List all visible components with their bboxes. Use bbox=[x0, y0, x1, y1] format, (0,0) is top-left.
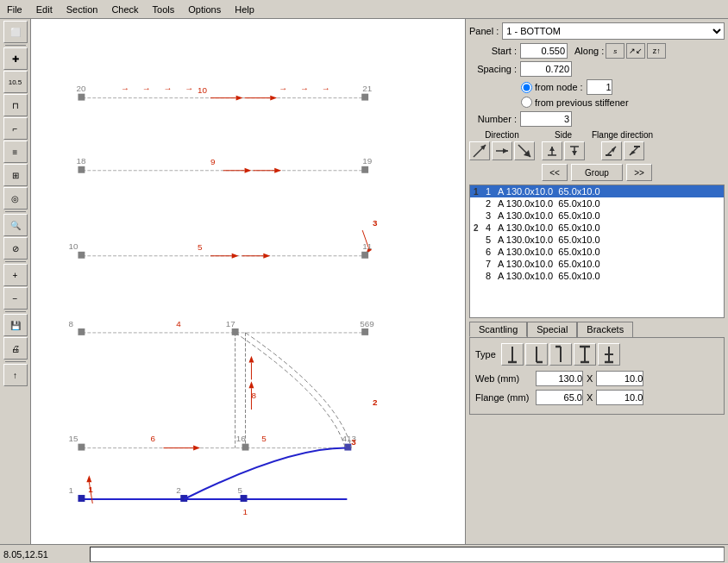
svg-rect-1 bbox=[78, 94, 85, 101]
direction-group: Direction bbox=[469, 130, 535, 160]
flange-x-sep: X bbox=[587, 392, 593, 403]
svg-text:11: 11 bbox=[362, 241, 373, 251]
svg-marker-32 bbox=[263, 253, 270, 259]
group-btn[interactable]: Group bbox=[571, 164, 623, 181]
svg-rect-34 bbox=[78, 328, 85, 335]
svg-rect-26 bbox=[361, 252, 368, 259]
toolbar-restrict[interactable]: ⊘ bbox=[3, 237, 28, 260]
panel-select[interactable]: 1 - BOTTOM 2 - TOP 3 - SIDE bbox=[502, 22, 725, 40]
type-btn-i[interactable] bbox=[501, 343, 524, 366]
canvas-area[interactable]: 20 21 10 18 19 9 3 bbox=[31, 19, 465, 544]
svg-rect-13 bbox=[361, 166, 368, 173]
svg-text:1: 1 bbox=[243, 507, 248, 516]
spacing-input[interactable] bbox=[520, 61, 572, 77]
svg-text:→: → bbox=[300, 84, 309, 93]
stiffener-row[interactable]: 6 A 130.0x10.0 65.0x10.0 bbox=[470, 246, 724, 258]
type-btn-gamma[interactable] bbox=[549, 343, 572, 366]
side-btn-1[interactable] bbox=[542, 141, 562, 160]
svg-rect-60 bbox=[78, 495, 85, 502]
menu-section[interactable]: Section bbox=[60, 3, 105, 16]
svg-text:4: 4 bbox=[176, 319, 181, 328]
toolbar-print[interactable]: 🖨 bbox=[3, 337, 28, 360]
stiffener-list[interactable]: 1 1 A 130.0x10.0 65.0x10.0 2 A 130.0x10.… bbox=[469, 185, 725, 318]
toolbar-frame[interactable]: ⊓ bbox=[3, 94, 28, 116]
toolbar-angle[interactable]: ⌐ bbox=[3, 117, 28, 140]
toolbar-plus[interactable]: + bbox=[3, 264, 28, 286]
stiffener-row[interactable]: 3 A 130.0x10.0 65.0x10.0 bbox=[470, 210, 724, 222]
spacing-row: Spacing : bbox=[469, 61, 725, 77]
flange-direction-group: Flange direction bbox=[592, 130, 653, 160]
type-label: Type bbox=[475, 349, 496, 360]
type-btn-cross[interactable] bbox=[598, 343, 620, 366]
number-label: Number : bbox=[469, 114, 517, 124]
tab-brackets[interactable]: Brackets bbox=[577, 322, 633, 337]
toolbar-select[interactable]: ⬜ bbox=[3, 21, 28, 43]
svg-text:8: 8 bbox=[69, 319, 74, 328]
type-buttons bbox=[501, 343, 620, 366]
tab-special[interactable]: Special bbox=[527, 322, 577, 337]
stiffener-row[interactable]: 8 A 130.0x10.0 65.0x10.0 bbox=[470, 270, 724, 282]
flange-height-input[interactable] bbox=[596, 390, 643, 405]
node-number-input[interactable] bbox=[587, 79, 612, 95]
stiffener-row[interactable]: 5 A 130.0x10.0 65.0x10.0 bbox=[470, 234, 724, 246]
svg-text:→: → bbox=[121, 84, 129, 93]
type-btn-t[interactable] bbox=[574, 343, 596, 366]
toolbar-add[interactable]: ✚ bbox=[3, 47, 28, 70]
along-icons: s ↗↙ z↑ bbox=[606, 43, 666, 59]
toolbar-lines[interactable]: ≡ bbox=[3, 141, 28, 163]
from-node-radio[interactable] bbox=[521, 82, 532, 93]
toolbar-number[interactable]: 10.5 bbox=[3, 71, 28, 93]
svg-marker-30 bbox=[232, 253, 239, 259]
svg-marker-9 bbox=[270, 96, 277, 101]
svg-text:5: 5 bbox=[238, 485, 243, 495]
flange-row: Flange (mm) X bbox=[475, 390, 719, 405]
svg-text:1: 1 bbox=[69, 485, 74, 495]
direction-btn-2[interactable] bbox=[492, 141, 512, 160]
menu-check[interactable]: Check bbox=[104, 3, 145, 16]
svg-rect-48 bbox=[78, 444, 85, 451]
number-input[interactable] bbox=[520, 111, 572, 127]
web-height-input[interactable] bbox=[596, 371, 643, 386]
flange-btn-2[interactable] bbox=[624, 141, 644, 160]
prev-group-btn[interactable]: << bbox=[542, 164, 568, 181]
toolbar-grid[interactable]: ⊞ bbox=[3, 164, 28, 186]
menu-options[interactable]: Options bbox=[181, 3, 228, 16]
svg-text:5: 5 bbox=[198, 242, 203, 252]
along-btn-1[interactable]: s bbox=[606, 43, 624, 59]
type-btn-r[interactable] bbox=[525, 343, 548, 366]
svg-text:8: 8 bbox=[251, 391, 256, 400]
stiffener-row[interactable]: 7 A 130.0x10.0 65.0x10.0 bbox=[470, 258, 724, 270]
from-previous-radio[interactable] bbox=[521, 97, 532, 108]
svg-rect-3 bbox=[361, 94, 368, 101]
toolbar-circle[interactable]: ◎ bbox=[3, 187, 28, 210]
number-row: Number : bbox=[469, 111, 725, 127]
start-along-row: Start : Along : s ↗↙ z↑ bbox=[469, 43, 725, 59]
toolbar-export[interactable]: ↑ bbox=[3, 364, 28, 386]
toolbar-zoom[interactable]: 🔍 bbox=[3, 214, 28, 236]
side-btn-2[interactable] bbox=[564, 141, 585, 160]
tab-scantling[interactable]: Scantling bbox=[469, 322, 527, 337]
flange-btn-1[interactable] bbox=[601, 141, 622, 160]
from-previous-label: from previous stiffener bbox=[535, 97, 629, 108]
stiffener-row[interactable]: 2 4 A 130.0x10.0 65.0x10.0 bbox=[470, 222, 724, 234]
menu-tools[interactable]: Tools bbox=[146, 3, 182, 16]
menu-help[interactable]: Help bbox=[228, 3, 261, 16]
web-width-input[interactable] bbox=[536, 371, 583, 386]
stiffener-row[interactable]: 2 A 130.0x10.0 65.0x10.0 bbox=[470, 197, 724, 210]
flange-width-input[interactable] bbox=[536, 390, 583, 405]
svg-text:21: 21 bbox=[362, 84, 373, 93]
tab-content-scantling: Type bbox=[469, 337, 725, 415]
next-group-btn[interactable]: >> bbox=[626, 164, 652, 181]
stiffener-row[interactable]: 1 1 A 130.0x10.0 65.0x10.0 bbox=[470, 185, 724, 197]
svg-marker-46 bbox=[248, 356, 254, 363]
start-input[interactable] bbox=[520, 43, 568, 59]
along-btn-2[interactable]: ↗↙ bbox=[626, 43, 645, 59]
menu-edit[interactable]: Edit bbox=[29, 3, 60, 16]
menu-file[interactable]: File bbox=[0, 3, 29, 16]
direction-btn-3[interactable] bbox=[514, 141, 535, 160]
svg-text:2: 2 bbox=[373, 397, 378, 407]
toolbar-minus[interactable]: − bbox=[3, 287, 28, 310]
direction-btn-1[interactable] bbox=[469, 141, 490, 160]
toolbar-save[interactable]: 💾 bbox=[3, 314, 28, 336]
along-btn-3[interactable]: z↑ bbox=[647, 43, 666, 59]
